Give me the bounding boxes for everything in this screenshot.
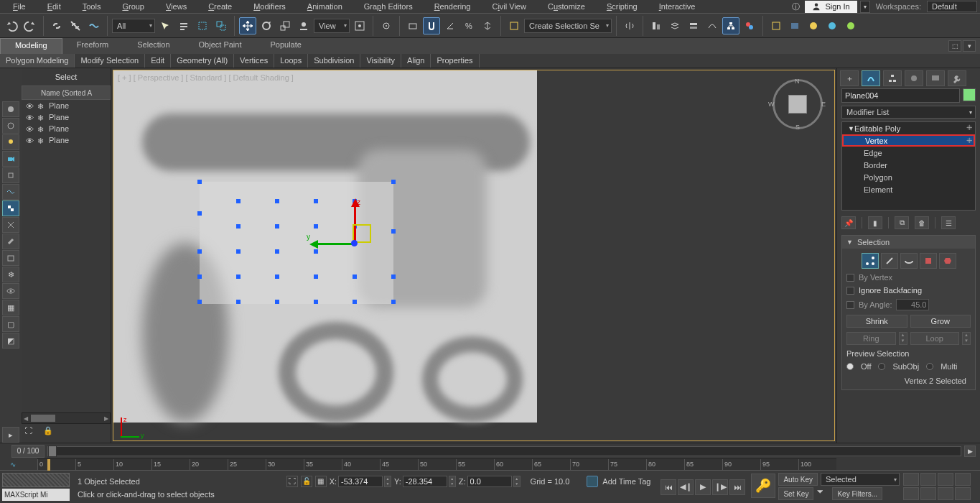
vertex[interactable] <box>275 224 279 229</box>
vertex[interactable] <box>314 199 318 203</box>
curve-editor-button[interactable] <box>704 17 721 34</box>
configure-sets-button[interactable]: ☰ <box>941 216 956 229</box>
ribbon-tab-selection[interactable]: Selection <box>123 38 184 54</box>
angle-snap-button[interactable] <box>442 17 459 34</box>
ribbon-panel-subdivision[interactable]: Subdivision <box>308 54 360 68</box>
stack-element[interactable]: Element <box>842 183 975 195</box>
goto-end-button[interactable]: ⏭ <box>729 479 745 495</box>
keyboard-shortcut-toggle[interactable] <box>404 17 421 34</box>
vertex[interactable] <box>391 180 396 184</box>
gizmo-origin[interactable] <box>351 240 358 246</box>
toggle-ribbon-button[interactable] <box>685 17 702 34</box>
stack-border[interactable]: Border <box>842 159 975 171</box>
freeze-icon[interactable]: ❄ <box>37 137 45 144</box>
menu-scripting[interactable]: Scripting <box>597 1 648 11</box>
gizmo-y-axis[interactable] <box>317 243 354 245</box>
use-pivot-center-button[interactable] <box>351 17 368 34</box>
z-spinner[interactable]: ▲▼ <box>513 476 521 487</box>
named-selection-dropdown[interactable]: Create Selection Se <box>524 19 612 33</box>
select-and-place-button[interactable] <box>295 17 312 34</box>
time-slider-track[interactable] <box>47 446 961 456</box>
list-item[interactable]: 👁❄Plane <box>22 134 111 146</box>
ribbon-panel-vertices[interactable]: Vertices <box>234 54 274 68</box>
vertex[interactable] <box>236 224 241 229</box>
maximize-viewport-button[interactable] <box>955 487 971 500</box>
vertex[interactable] <box>275 274 279 279</box>
frame-indicator[interactable]: 0 / 100 <box>11 445 45 458</box>
vertex[interactable] <box>314 300 318 304</box>
y-spinner[interactable]: ▲▼ <box>449 476 456 487</box>
filter-spacewarps-icon[interactable] <box>2 184 19 200</box>
ribbon-minimize-icon[interactable]: ⬚ <box>948 40 961 52</box>
visibility-icon[interactable]: 👁 <box>26 102 33 109</box>
filter-helpers-icon[interactable] <box>2 167 19 183</box>
pin-stack-button[interactable]: 📌 <box>841 216 856 229</box>
select-and-move-button[interactable] <box>239 17 256 34</box>
prev-frame-button[interactable]: ◀❙ <box>678 479 694 495</box>
selection-filter-dropdown[interactable]: All <box>112 19 155 33</box>
rollout-selection-header[interactable]: Selection <box>842 236 975 249</box>
vertex[interactable] <box>353 300 357 304</box>
workspace-dropdown[interactable]: Default <box>927 1 977 12</box>
filter-geometry-icon[interactable] <box>2 101 19 117</box>
preview-off-radio[interactable] <box>846 363 854 370</box>
list-item[interactable]: 👁❄Plane <box>22 100 111 111</box>
filter-bone-icon[interactable] <box>2 234 19 249</box>
time-slider-thumb[interactable] <box>48 446 57 457</box>
menu-modifiers[interactable]: Modifiers <box>243 1 296 11</box>
visibility-icon[interactable]: 👁 <box>26 114 33 121</box>
vertex[interactable] <box>314 224 318 229</box>
grow-button[interactable]: Grow <box>910 315 971 328</box>
select-and-scale-button[interactable] <box>276 17 294 34</box>
layer-explorer-button[interactable] <box>666 17 683 34</box>
filter-shapes-icon[interactable] <box>2 118 19 134</box>
modifier-list-dropdown[interactable]: Modifier List <box>841 106 976 119</box>
viewport-perspective[interactable]: [ + ] [ Perspective ] [ Standard ] [ Def… <box>113 70 835 441</box>
stack-editable-poly[interactable]: Editable Poly <box>842 122 975 134</box>
ignore-backfacing-checkbox[interactable]: Ignore Backfacing <box>846 286 971 295</box>
tab-motion[interactable] <box>905 70 923 86</box>
vertex[interactable] <box>391 300 396 304</box>
filter-invert-icon[interactable]: ◩ <box>2 333 19 349</box>
ribbon-panel-visibility[interactable]: Visibility <box>360 54 401 68</box>
zoom-extents-button[interactable] <box>955 473 971 486</box>
ribbon-panel-modifyselection[interactable]: Modify Selection <box>75 54 145 68</box>
freeze-icon[interactable]: ❄ <box>37 102 45 109</box>
stack-edge[interactable]: Edge <box>842 147 975 159</box>
edit-named-sel-button[interactable] <box>505 17 523 34</box>
scene-explorer-hscroll[interactable]: ◀▶ <box>22 412 111 424</box>
vertex[interactable] <box>197 274 202 279</box>
vertex[interactable] <box>236 249 241 254</box>
border-subobj-button[interactable] <box>900 253 918 269</box>
ribbon-tab-populate[interactable]: Populate <box>256 38 315 54</box>
vertex[interactable] <box>391 274 396 279</box>
element-subobj-button[interactable] <box>939 253 956 269</box>
zoom-all-button[interactable] <box>938 473 953 486</box>
select-by-name-button[interactable] <box>175 17 192 34</box>
filter-lights-icon[interactable] <box>2 134 19 150</box>
timeline-ruler[interactable]: ∿ 05101520253035404550556065707580859095… <box>37 458 836 470</box>
play-button[interactable]: ▶ <box>695 479 711 495</box>
visibility-icon[interactable]: 👁 <box>26 125 33 132</box>
set-key-large-button[interactable]: 🔑 <box>751 474 775 498</box>
edge-subobj-button[interactable] <box>881 253 898 269</box>
x-spinner[interactable]: ▲▼ <box>384 476 391 487</box>
menu-animation[interactable]: Animation <box>297 1 353 11</box>
ribbon-panel-properties[interactable]: Properties <box>431 54 479 68</box>
tab-modify[interactable] <box>862 70 880 86</box>
window-crossing-button[interactable] <box>213 17 230 34</box>
preview-subobj-radio[interactable] <box>878 363 885 370</box>
scene-explorer-header[interactable]: Name (Sorted A <box>22 86 111 100</box>
material-swatch[interactable] <box>2 473 70 487</box>
schematic-view-button[interactable] <box>722 17 739 34</box>
vertex[interactable] <box>314 274 318 279</box>
key-mode-icon[interactable]: ⏷ <box>816 487 829 500</box>
polygon-subobj-button[interactable] <box>920 253 937 269</box>
mirror-button[interactable] <box>621 17 638 34</box>
next-frame-button[interactable]: ❙▶ <box>712 479 728 495</box>
set-key-button[interactable]: Set Key <box>778 487 813 500</box>
goto-start-button[interactable]: ⏮ <box>661 479 676 495</box>
freeze-icon[interactable]: ❄ <box>37 114 45 121</box>
filter-xrefs-icon[interactable] <box>2 217 19 233</box>
list-item[interactable]: 👁❄Plane <box>22 111 111 123</box>
